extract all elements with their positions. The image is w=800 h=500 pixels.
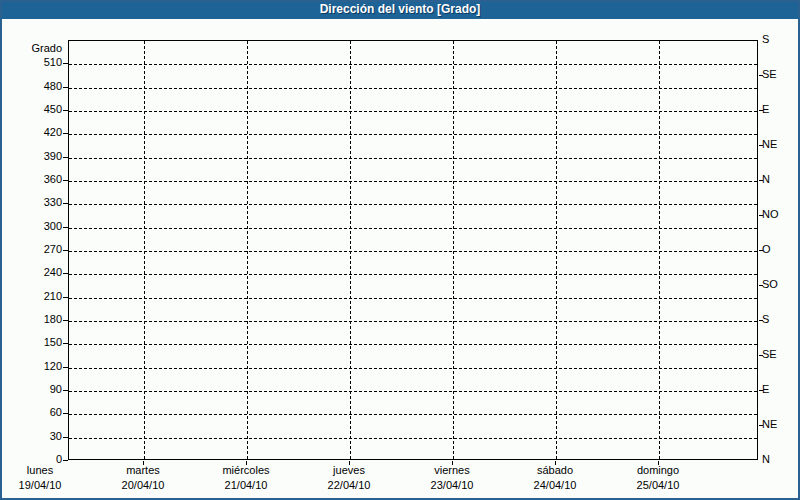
y-tick-label: 30 — [0, 430, 62, 443]
x-date: 20/04/10 — [122, 478, 165, 493]
chart-window: Dirección del viento [Grado] Grado 03060… — [0, 0, 800, 500]
h-gridline — [69, 391, 757, 392]
compass-tick — [759, 215, 763, 216]
h-gridline — [69, 181, 757, 182]
chart-title-bar: Dirección del viento [Grado] — [0, 0, 800, 19]
compass-tick — [759, 425, 763, 426]
y-tick — [63, 437, 68, 438]
compass-tick — [759, 110, 763, 111]
y-tick-label: 60 — [0, 406, 62, 419]
y-axis-title: Grado — [0, 42, 62, 55]
compass-label: N — [762, 173, 770, 186]
compass-tick — [759, 320, 763, 321]
h-gridline — [69, 204, 757, 205]
h-gridline — [69, 321, 757, 322]
compass-label: S — [762, 313, 769, 326]
y-tick-label: 510 — [0, 56, 62, 69]
y-tick — [63, 273, 68, 274]
h-gridline — [69, 344, 757, 345]
chart-title: Dirección del viento [Grado] — [320, 2, 481, 16]
y-tick — [63, 250, 68, 251]
x-tick — [658, 461, 659, 465]
y-tick — [63, 87, 68, 88]
x-day-label: viernes23/04/10 — [431, 463, 474, 493]
y-tick-label: 420 — [0, 126, 62, 139]
compass-tick — [759, 145, 763, 146]
compass-label: NO — [762, 208, 779, 221]
plot-area — [68, 40, 758, 460]
v-gridline — [453, 41, 454, 459]
x-weekday: jueves — [328, 463, 371, 478]
y-tick — [63, 343, 68, 344]
y-tick-label: 180 — [0, 313, 62, 326]
x-tick — [143, 461, 144, 465]
v-gridline — [556, 41, 557, 459]
x-day-label: jueves22/04/10 — [328, 463, 371, 493]
v-gridline — [247, 41, 248, 459]
y-tick — [63, 460, 68, 461]
compass-tick — [759, 355, 763, 356]
x-date: 23/04/10 — [431, 478, 474, 493]
compass-tick — [759, 285, 763, 286]
y-tick — [63, 390, 68, 391]
compass-tick — [759, 390, 763, 391]
y-tick-label: 240 — [0, 266, 62, 279]
compass-label: SE — [762, 348, 777, 361]
x-day-label: domingo25/04/10 — [637, 463, 680, 493]
y-tick — [63, 63, 68, 64]
y-tick-label: 120 — [0, 360, 62, 373]
x-day-label: miércoles21/04/10 — [222, 463, 269, 493]
chart-canvas: Grado 0306090120150180210240270300330360… — [0, 0, 800, 500]
x-date: 22/04/10 — [328, 478, 371, 493]
y-tick — [63, 180, 68, 181]
x-date: 19/04/10 — [19, 478, 62, 493]
h-gridline — [69, 88, 757, 89]
h-gridline — [69, 111, 757, 112]
h-gridline — [69, 228, 757, 229]
x-weekday: viernes — [431, 463, 474, 478]
h-gridline — [69, 438, 757, 439]
compass-label: O — [762, 243, 771, 256]
h-gridline — [69, 134, 757, 135]
x-tick — [246, 461, 247, 465]
compass-label: E — [762, 383, 769, 396]
compass-label: NE — [762, 418, 777, 431]
compass-label: SO — [762, 278, 778, 291]
h-gridline — [69, 64, 757, 65]
y-tick — [63, 367, 68, 368]
compass-tick — [759, 250, 763, 251]
v-gridline — [659, 41, 660, 459]
v-gridline — [144, 41, 145, 459]
x-day-label: martes20/04/10 — [122, 463, 165, 493]
h-gridline — [69, 274, 757, 275]
x-weekday: lunes — [19, 463, 62, 478]
y-tick-label: 360 — [0, 173, 62, 186]
y-tick-label: 270 — [0, 243, 62, 256]
compass-label: E — [762, 103, 769, 116]
x-date: 21/04/10 — [222, 478, 269, 493]
compass-label: S — [762, 33, 769, 46]
compass-label: N — [762, 453, 770, 466]
compass-tick — [759, 180, 763, 181]
y-tick-label: 210 — [0, 290, 62, 303]
compass-tick — [759, 75, 763, 76]
h-gridline — [69, 414, 757, 415]
y-tick-label: 480 — [0, 80, 62, 93]
y-tick — [63, 110, 68, 111]
y-tick-label: 390 — [0, 150, 62, 163]
x-date: 24/04/10 — [534, 478, 577, 493]
compass-label: SE — [762, 68, 777, 81]
y-tick — [63, 227, 68, 228]
y-tick-label: 300 — [0, 220, 62, 233]
x-day-label: lunes19/04/10 — [19, 463, 62, 493]
y-tick — [63, 297, 68, 298]
y-tick — [63, 203, 68, 204]
y-tick-label: 450 — [0, 103, 62, 116]
h-gridline — [69, 251, 757, 252]
h-gridline — [69, 368, 757, 369]
h-gridline — [69, 298, 757, 299]
x-date: 25/04/10 — [637, 478, 680, 493]
y-tick-label: 150 — [0, 336, 62, 349]
x-tick — [452, 461, 453, 465]
y-tick-label: 330 — [0, 196, 62, 209]
